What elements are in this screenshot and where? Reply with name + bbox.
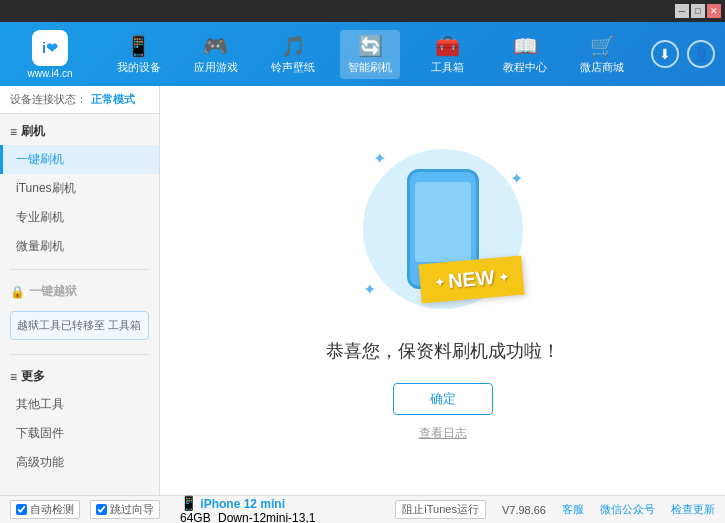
sidebar-item-download-fw[interactable]: 下载固件: [0, 419, 159, 448]
minimize-button[interactable]: ─: [675, 4, 689, 18]
nosave-flash-label: 微量刷机: [16, 239, 64, 253]
wechat-link[interactable]: 微信公众号: [600, 502, 655, 517]
nav-my-device-icon: 📱: [126, 34, 151, 58]
other-tools-label: 其他工具: [16, 397, 64, 411]
device-phone-icon: 📱: [180, 495, 197, 511]
sidebar-item-advanced[interactable]: 高级功能: [0, 448, 159, 477]
nav-toolbox-icon: 🧰: [435, 34, 460, 58]
nav-toolbox-label: 工具箱: [431, 60, 464, 75]
flash-section-header: ≡ 刷机: [0, 118, 159, 145]
logo-icon: i❤: [32, 30, 68, 66]
sidebar-item-pro-flash[interactable]: 专业刷机: [0, 203, 159, 232]
itunes-flash-label: iTunes刷机: [16, 181, 76, 195]
nav-smart-flash-icon: 🔄: [358, 34, 383, 58]
title-bar: ─ □ ✕: [0, 0, 725, 22]
device-firmware: Down-12mini-13,1: [218, 511, 315, 524]
nav-ringtones-label: 铃声壁纸: [271, 60, 315, 75]
itunes-stop-button[interactable]: 阻止iTunes运行: [395, 500, 486, 519]
nav-weidian-label: 微店商城: [580, 60, 624, 75]
logo[interactable]: i❤ www.i4.cn: [10, 30, 90, 79]
content-area: ✦ ✦ ✦ ✦ NEW ✦ 恭喜您，保资料刷机成功啦！ 确定 查看日志: [160, 86, 725, 495]
connection-status: 设备连接状态： 正常模式: [0, 86, 159, 114]
nav-smart-flash[interactable]: 🔄 智能刷机: [340, 30, 400, 79]
maximize-button[interactable]: □: [691, 4, 705, 18]
nav-smart-flash-label: 智能刷机: [348, 60, 392, 75]
flash-section-label: 刷机: [21, 123, 45, 140]
ribbon-text: ✦ NEW ✦: [418, 256, 524, 304]
divider-1: [10, 269, 149, 270]
support-link[interactable]: 客服: [562, 502, 584, 517]
sidebar: 设备连接状态： 正常模式 ≡ 刷机 一键刷机 iTunes刷机 专业刷机 微量刷…: [0, 86, 160, 495]
sidebar-section-more: ≡ 更多 其他工具 下载固件 高级功能: [0, 359, 159, 481]
jailbreak-section-header: 🔒 一键越狱: [0, 278, 159, 305]
sidebar-item-itunes-flash[interactable]: iTunes刷机: [0, 174, 159, 203]
more-section-header: ≡ 更多: [0, 363, 159, 390]
sidebar-item-onekey-flash[interactable]: 一键刷机: [0, 145, 159, 174]
nav-weidian-icon: 🛒: [590, 34, 615, 58]
download-fw-label: 下载固件: [16, 426, 64, 440]
sidebar-item-nosave-flash[interactable]: 微量刷机: [0, 232, 159, 261]
header-right: ⬇ 👤: [651, 40, 715, 68]
nav-tutorial[interactable]: 📖 教程中心: [495, 30, 555, 79]
update-link[interactable]: 检查更新: [671, 502, 715, 517]
bottom-left: 自动检测 跳过向导 📱 iPhone 12 mini 64GB Down-12m…: [10, 495, 395, 524]
lock-icon: 🔒: [10, 285, 25, 299]
close-button[interactable]: ✕: [707, 4, 721, 18]
nav-ringtones-icon: 🎵: [281, 34, 306, 58]
sidebar-section-jailbreak: 🔒 一键越狱 越狱工具已转移至 工具箱: [0, 274, 159, 350]
success-message: 恭喜您，保资料刷机成功啦！: [326, 339, 560, 363]
jailbreak-section-label: 一键越狱: [29, 283, 77, 300]
device-details: 64GB Down-12mini-13,1: [180, 511, 315, 524]
ribbon-star-left: ✦: [433, 275, 444, 290]
status-value: 正常模式: [91, 92, 135, 107]
nav-ringtones[interactable]: 🎵 铃声壁纸: [263, 30, 323, 79]
auto-connect-input[interactable]: [16, 504, 27, 515]
illustration: ✦ ✦ ✦ ✦ NEW ✦: [353, 139, 533, 319]
skip-wizard-input[interactable]: [96, 504, 107, 515]
nav-weidian[interactable]: 🛒 微店商城: [572, 30, 632, 79]
sparkle-3: ✦: [363, 280, 376, 299]
new-ribbon: ✦ NEW ✦: [420, 260, 523, 299]
jailbreak-notice: 越狱工具已转移至 工具箱: [10, 311, 149, 340]
nav-my-device[interactable]: 📱 我的设备: [109, 30, 169, 79]
skip-wizard-checkbox[interactable]: 跳过向导: [90, 500, 160, 519]
itunes-stop-label: 阻止iTunes运行: [402, 502, 479, 517]
advanced-label: 高级功能: [16, 455, 64, 469]
nav-my-device-label: 我的设备: [117, 60, 161, 75]
nav-apps-games[interactable]: 🎮 应用游戏: [186, 30, 246, 79]
nav-toolbox[interactable]: 🧰 工具箱: [418, 30, 478, 79]
auto-connect-checkbox[interactable]: 自动检测: [10, 500, 80, 519]
nav-bar: 📱 我的设备 🎮 应用游戏 🎵 铃声壁纸 🔄 智能刷机 🧰 工具箱 📖 教程中心…: [100, 30, 641, 79]
window-controls: ─ □ ✕: [675, 4, 721, 18]
jailbreak-notice-text: 越狱工具已转移至 工具箱: [17, 319, 141, 331]
confirm-button[interactable]: 确定: [393, 383, 493, 415]
sparkle-2: ✦: [510, 169, 523, 188]
device-storage: 64GB: [180, 511, 211, 524]
sidebar-item-other-tools[interactable]: 其他工具: [0, 390, 159, 419]
bottom-right: 阻止iTunes运行 V7.98.66 客服 微信公众号 检查更新: [395, 500, 715, 519]
flash-section-icon: ≡: [10, 125, 17, 139]
onekey-flash-label: 一键刷机: [16, 152, 64, 166]
status-label: 设备连接状态：: [10, 92, 87, 107]
more-section-label: 更多: [21, 368, 45, 385]
skip-wizard-label: 跳过向导: [110, 502, 154, 517]
more-section-icon: ≡: [10, 370, 17, 384]
sparkle-1: ✦: [373, 149, 386, 168]
goto-log-link[interactable]: 查看日志: [419, 425, 467, 442]
ribbon-label: NEW: [447, 266, 495, 293]
phone-screen: [415, 182, 471, 262]
nav-apps-games-label: 应用游戏: [194, 60, 238, 75]
download-button[interactable]: ⬇: [651, 40, 679, 68]
nav-tutorial-label: 教程中心: [503, 60, 547, 75]
nav-apps-games-icon: 🎮: [203, 34, 228, 58]
nav-tutorial-icon: 📖: [513, 34, 538, 58]
version-label: V7.98.66: [502, 504, 546, 516]
phone-illustration: ✦ ✦ ✦ ✦ NEW ✦: [353, 139, 533, 319]
user-button[interactable]: 👤: [687, 40, 715, 68]
auto-connect-label: 自动检测: [30, 502, 74, 517]
sidebar-section-flash: ≡ 刷机 一键刷机 iTunes刷机 专业刷机 微量刷机: [0, 114, 159, 265]
header: i❤ www.i4.cn 📱 我的设备 🎮 应用游戏 🎵 铃声壁纸 🔄 智能刷机…: [0, 22, 725, 86]
ribbon-star-right: ✦: [498, 269, 509, 284]
device-name: iPhone 12 mini: [200, 497, 285, 511]
logo-url: www.i4.cn: [27, 68, 72, 79]
